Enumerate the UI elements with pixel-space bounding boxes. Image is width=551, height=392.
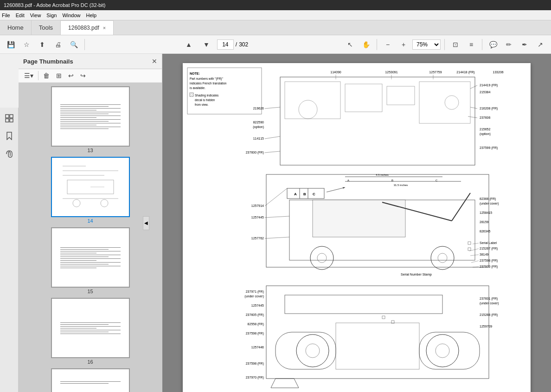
attachments-icon[interactable]	[2, 147, 16, 161]
svg-point-70	[317, 253, 327, 263]
tab-tools[interactable]: Tools	[32, 20, 61, 35]
title-bar: 1260883.pdf - Adobe Acrobat Pro DC (32-b…	[0, 0, 551, 10]
sidebar-menu-button[interactable]: ☰▾	[22, 71, 35, 80]
thumbnail-image-14	[51, 157, 130, 217]
svg-rect-0	[6, 115, 9, 118]
cloud-button[interactable]: ⬆	[35, 38, 49, 51]
sidebar-undo-button[interactable]: ↩	[66, 71, 76, 80]
fit-page-button[interactable]: ⊡	[448, 38, 462, 51]
svg-text:1257445: 1257445	[251, 216, 264, 219]
svg-line-75	[452, 193, 470, 221]
menu-bar: File Edit View Sign Window Help	[0, 10, 551, 20]
scroll-mode-button[interactable]: ≡	[464, 38, 478, 51]
content-area[interactable]: NOTE: Part numbers with "(FR)" indicates…	[162, 54, 551, 392]
svg-text:237598 (FR): 237598 (FR)	[246, 362, 264, 366]
next-page-button[interactable]: ▼	[199, 38, 213, 51]
tab-close-button[interactable]: ×	[103, 25, 106, 31]
svg-text:215267 (FR): 215267 (FR)	[480, 247, 498, 251]
zoom-in-button[interactable]: +	[397, 38, 410, 51]
svg-text:1253091: 1253091	[385, 71, 397, 74]
share-button[interactable]: ↗	[533, 38, 547, 51]
svg-text:1257762: 1257762	[251, 237, 264, 240]
thumbnail-image-16	[51, 298, 130, 358]
sidebar-delete-button[interactable]: 🗑	[41, 71, 51, 80]
svg-text:82366 (FR): 82366 (FR)	[480, 197, 496, 201]
svg-line-87	[265, 188, 287, 206]
title-text: 1260883.pdf - Adobe Acrobat Pro DC (32-b…	[4, 2, 106, 8]
svg-text:A: A	[294, 192, 297, 196]
svg-text:from view.: from view.	[195, 103, 208, 106]
menu-window[interactable]: Window	[62, 13, 80, 18]
thumbnail-page-13[interactable]: 13	[51, 86, 130, 153]
toolbar-separator-4	[482, 39, 482, 50]
svg-text:1258415: 1258415	[480, 211, 492, 214]
tab-document[interactable]: 1260883.pdf ×	[61, 20, 114, 35]
svg-rect-30	[387, 86, 415, 105]
svg-text:237970 (FR): 237970 (FR)	[246, 376, 264, 379]
svg-text:237971 (FR): 237971 (FR)	[246, 290, 264, 294]
search-button[interactable]: 🔍	[67, 38, 81, 51]
menu-help[interactable]: Help	[86, 13, 97, 18]
svg-text:1257914: 1257914	[251, 204, 264, 207]
svg-marker-102	[271, 379, 299, 388]
svg-text:1257446: 1257446	[251, 346, 264, 349]
svg-rect-101	[336, 323, 419, 369]
svg-rect-1	[10, 115, 13, 118]
sidebar-close-button[interactable]: ✕	[152, 58, 157, 65]
menu-view[interactable]: View	[30, 13, 41, 18]
thumbnail-image-15	[51, 227, 130, 288]
svg-text:237598 (FR): 237598 (FR)	[480, 259, 498, 263]
page-navigation: / 302	[217, 39, 248, 50]
svg-text:31.5 inches: 31.5 inches	[394, 184, 408, 186]
svg-text:114115: 114115	[253, 137, 264, 140]
sidebar-icon-strip	[0, 108, 19, 392]
svg-text:1259709: 1259709	[480, 325, 492, 328]
svg-text:38149: 38149	[480, 253, 489, 256]
diagram-svg: NOTE: Part numbers with "(FR)" indicates…	[183, 63, 531, 392]
edit-button[interactable]: ✏	[502, 38, 516, 51]
sign-button[interactable]: ✒	[518, 38, 532, 51]
zoom-out-button[interactable]: −	[381, 38, 395, 51]
sidebar-replace-button[interactable]: ⊞	[54, 71, 64, 80]
sidebar-redo-button[interactable]: ↪	[78, 71, 88, 80]
thumbnail-page-15[interactable]: 15	[51, 227, 130, 294]
svg-line-130	[471, 261, 479, 263]
bookmark-button[interactable]: ☆	[19, 38, 33, 51]
svg-text:219626: 219626	[253, 107, 264, 110]
page-thumbnails-icon[interactable]	[2, 111, 16, 125]
thumbnail-page-14[interactable]: 14	[51, 157, 130, 224]
sidebar-collapse-button[interactable]: ◀	[143, 216, 149, 230]
svg-rect-28	[285, 82, 340, 119]
svg-line-129	[470, 255, 479, 256]
save-button[interactable]: 💾	[4, 38, 18, 51]
menu-edit[interactable]: Edit	[16, 13, 25, 18]
svg-line-91	[265, 237, 289, 238]
comment-button[interactable]: 💬	[486, 38, 500, 51]
pdf-page: NOTE: Part numbers with "(FR)" indicates…	[183, 63, 531, 392]
bookmarks-icon[interactable]	[2, 129, 16, 143]
thumbnail-label-13: 13	[87, 148, 93, 153]
page-input[interactable]	[217, 39, 234, 50]
svg-text:(under cover): (under cover)	[480, 302, 499, 305]
prev-page-button[interactable]: ▲	[182, 38, 196, 51]
hand-tool-button[interactable]: ✋	[359, 38, 373, 51]
select-tool-button[interactable]: ↖	[343, 38, 357, 51]
svg-point-72	[438, 253, 447, 263]
svg-text:C: C	[313, 192, 315, 196]
svg-text:Shading indicates: Shading indicates	[195, 94, 219, 97]
thumbnail-page-16[interactable]: 16	[51, 298, 130, 365]
print-button[interactable]: 🖨	[51, 38, 65, 51]
thumbnail-page-17[interactable]	[51, 368, 130, 392]
svg-text:(under cover): (under cover)	[244, 295, 264, 298]
menu-sign[interactable]: Sign	[46, 13, 57, 18]
thumbnails-panel[interactable]: 13	[19, 83, 162, 392]
menu-file[interactable]: File	[2, 13, 10, 18]
tab-home[interactable]: Home	[0, 20, 32, 35]
svg-rect-29	[345, 84, 382, 112]
svg-text:Serial Number Stamp: Serial Number Stamp	[401, 273, 432, 276]
svg-rect-94	[285, 295, 442, 314]
svg-rect-18	[190, 93, 193, 96]
svg-text:237605 (FR): 237605 (FR)	[246, 313, 264, 317]
zoom-select[interactable]: 75% 100% 125% 150%	[412, 39, 441, 50]
svg-text:237598 (FR): 237598 (FR)	[246, 332, 264, 335]
